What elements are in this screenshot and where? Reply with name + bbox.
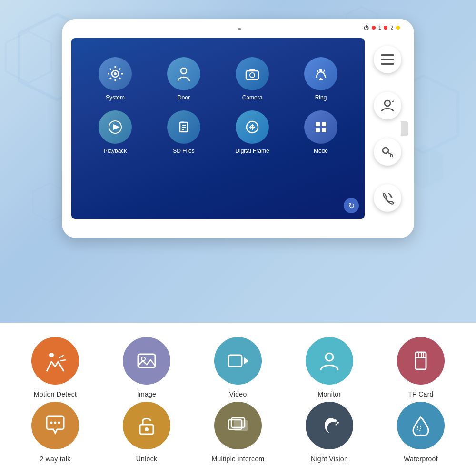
- screen-icon-label-ring: Ring: [315, 94, 327, 101]
- svg-rect-38: [316, 128, 320, 132]
- feature-circle-motion-detect: [31, 337, 79, 385]
- feature-label-motion-detect: Motion Detect: [34, 390, 77, 398]
- feature-circle-multiple-intercom: [214, 402, 262, 449]
- feature-circle-tf-card: [397, 337, 445, 385]
- screen-icon-circle-door: [167, 57, 200, 90]
- svg-line-22: [324, 70, 325, 72]
- screen-icon-system[interactable]: System: [86, 57, 145, 101]
- feature-label-2way-talk: 2 way talk: [40, 455, 70, 463]
- svg-point-16: [181, 68, 187, 74]
- screen-icon-circle-digframe: [236, 110, 269, 144]
- svg-marker-53: [244, 357, 248, 365]
- screen-icons-grid: System Door Camera Ring Playback SD SD F…: [81, 48, 355, 164]
- feature-circle-image: [123, 337, 170, 385]
- key-button[interactable]: [374, 138, 401, 166]
- feature-label-tf-card: TF Card: [408, 390, 433, 398]
- svg-rect-67: [234, 421, 248, 430]
- svg-point-43: [385, 100, 390, 106]
- svg-marker-1: [6, 31, 51, 83]
- screen-icon-label-playback: Playback: [104, 148, 127, 154]
- svg-rect-42: [381, 63, 394, 65]
- screen-icon-mode[interactable]: Mode: [291, 110, 350, 154]
- svg-point-68: [334, 419, 337, 422]
- svg-rect-50: [138, 354, 155, 367]
- svg-point-18: [250, 73, 255, 78]
- svg-line-44: [392, 101, 394, 102]
- svg-marker-19: [249, 69, 256, 71]
- device-screen: System Door Camera Ring Playback SD SD F…: [71, 38, 365, 219]
- svg-marker-26: [113, 124, 120, 130]
- screen-icon-circle-sdfiles: SD: [167, 110, 200, 144]
- screen-icon-label-system: System: [106, 94, 125, 101]
- svg-point-49: [49, 353, 54, 357]
- svg-line-72: [420, 426, 421, 431]
- svg-line-11: [110, 78, 111, 79]
- feature-label-waterproof: Waterproof: [404, 455, 438, 463]
- feature-item-monitor: Monitor: [291, 337, 367, 398]
- svg-line-9: [119, 78, 121, 79]
- feature-item-unlock: Unlock: [109, 402, 185, 463]
- svg-rect-17: [246, 71, 258, 79]
- svg-line-46: [387, 152, 393, 155]
- svg-point-61: [54, 422, 57, 424]
- screen-icon-circle-system: [99, 57, 132, 90]
- phone-button[interactable]: [374, 184, 401, 212]
- screen-icon-ring[interactable]: Ring: [291, 57, 350, 101]
- svg-line-15: [119, 69, 121, 70]
- device-body: System Door Camera Ring Playback SD SD F…: [62, 19, 414, 238]
- svg-rect-41: [381, 59, 394, 60]
- led-1: [384, 26, 387, 30]
- feature-item-tf-card: TF Card: [383, 337, 459, 398]
- screen-icon-label-camera: Camera: [242, 94, 263, 101]
- screen-icon-circle-mode: [304, 110, 337, 144]
- screen-icon-sdfiles[interactable]: SD SD Files: [154, 110, 213, 154]
- user-button[interactable]: [374, 92, 401, 119]
- screen-icon-digframe[interactable]: Digital Frame: [223, 110, 282, 154]
- feature-item-image: Image: [109, 337, 185, 398]
- camera-dot: [238, 28, 241, 30]
- screen-icon-playback[interactable]: Playback: [86, 110, 145, 154]
- feature-circle-video: [214, 337, 262, 385]
- feature-label-unlock: Unlock: [136, 455, 158, 463]
- screen-icon-label-mode: Mode: [314, 148, 328, 154]
- features-row-1: Motion Detect Image Video Monitor TF Car…: [10, 337, 466, 398]
- feature-label-image: Image: [137, 390, 156, 398]
- screen-icon-label-door: Door: [178, 94, 190, 101]
- feature-label-night-vision: Night Vision: [311, 455, 348, 463]
- led-row: ⏻ 1 2: [364, 25, 400, 30]
- svg-line-71: [417, 426, 418, 431]
- feature-label-video: Video: [229, 390, 247, 398]
- screen-icon-camera[interactable]: Camera: [223, 57, 282, 101]
- feature-item-2way-talk: 2 way talk: [17, 402, 93, 463]
- svg-point-62: [58, 422, 60, 424]
- svg-rect-40: [381, 54, 394, 56]
- feature-circle-unlock: [123, 402, 170, 449]
- feature-item-video: Video: [200, 337, 276, 398]
- svg-rect-36: [316, 122, 320, 126]
- screen-icon-circle-ring: [304, 57, 337, 90]
- svg-rect-52: [228, 355, 242, 367]
- features-row-2: 2 way talk Unlock Multiple intercom Nigh…: [10, 402, 466, 463]
- feature-label-monitor: Monitor: [318, 390, 341, 398]
- svg-point-7: [114, 72, 117, 75]
- svg-text:SD: SD: [180, 121, 185, 124]
- refresh-button[interactable]: ↻: [344, 198, 359, 213]
- svg-rect-39: [322, 128, 326, 132]
- features-section: Motion Detect Image Video Monitor TF Car…: [0, 323, 476, 476]
- svg-point-51: [141, 357, 145, 361]
- led-2: [396, 26, 400, 30]
- feature-item-multiple-intercom: Multiple intercom: [200, 402, 276, 463]
- svg-point-20: [319, 69, 322, 71]
- feature-item-night-vision: Night Vision: [291, 402, 367, 463]
- screen-icon-label-digframe: Digital Frame: [235, 148, 269, 154]
- svg-point-54: [326, 353, 333, 361]
- feature-item-motion-detect: Motion Detect: [17, 337, 93, 398]
- feature-circle-waterproof: [397, 402, 445, 449]
- screen-icon-circle-camera: [236, 57, 269, 90]
- device: System Door Camera Ring Playback SD SD F…: [62, 19, 414, 238]
- svg-line-21: [317, 70, 318, 72]
- menu-button[interactable]: [374, 46, 401, 73]
- led-power: [372, 26, 376, 30]
- svg-point-70: [336, 424, 337, 426]
- screen-icon-door[interactable]: Door: [154, 57, 213, 101]
